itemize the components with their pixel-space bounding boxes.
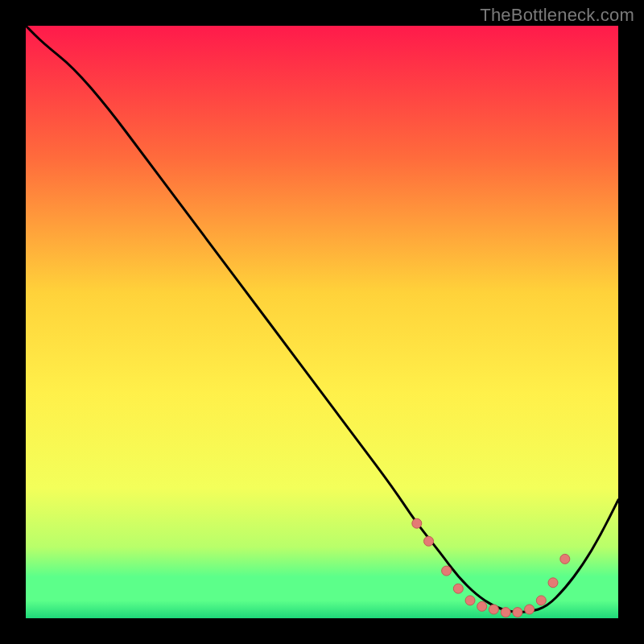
curve-marker <box>548 578 558 588</box>
bottleneck-curve <box>26 26 618 613</box>
curve-marker <box>453 584 463 593</box>
curve-marker <box>536 596 546 605</box>
curve-marker <box>525 605 535 614</box>
curve-marker <box>412 518 422 528</box>
plot-area <box>26 26 618 618</box>
chart-stage: TheBottleneck.com <box>0 0 644 644</box>
curve-marker <box>465 596 475 605</box>
curve-marker <box>442 566 452 576</box>
curve-marker <box>501 608 510 617</box>
curve-marker <box>477 601 487 611</box>
curve-marker <box>513 608 522 617</box>
curve-marker <box>424 536 434 546</box>
watermark-text: TheBottleneck.com <box>480 5 634 26</box>
curve-marker <box>489 605 498 614</box>
highlighted-points <box>412 518 570 617</box>
curve-layer <box>26 26 618 618</box>
curve-marker <box>560 554 570 564</box>
